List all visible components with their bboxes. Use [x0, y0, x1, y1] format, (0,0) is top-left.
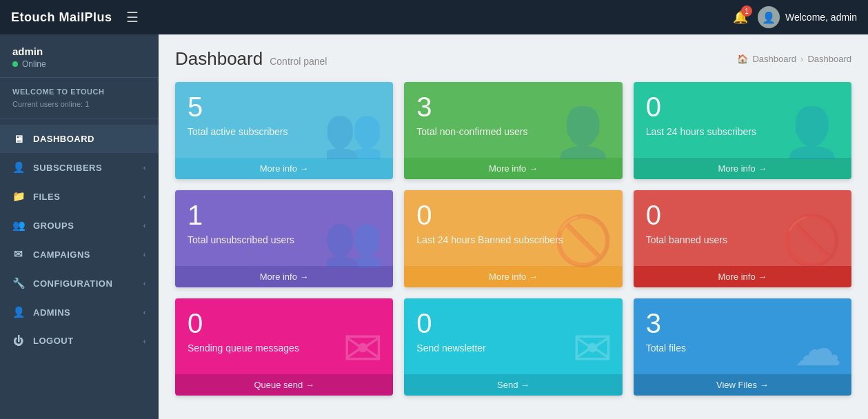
- sidebar-user: admin Online: [0, 34, 159, 78]
- card-icon-send-newsletter: ✉: [572, 325, 613, 373]
- user-welcome: Welcome, admin: [785, 12, 857, 23]
- sidebar-welcome-title: WELCOME TO ETOUCH: [12, 86, 146, 99]
- hamburger-menu[interactable]: ☰: [126, 9, 139, 25]
- card-body-active-subscribers: 5 Total active subscribers 👥: [175, 82, 393, 158]
- sidebar-label-files: FILES: [33, 192, 60, 202]
- card-text-unsubscribed: 1 Total unsubscribed users: [188, 201, 294, 245]
- card-footer-send-newsletter[interactable]: Send →: [404, 374, 622, 396]
- card-label-unsubscribed: Total unsubscribed users: [188, 234, 294, 245]
- status-dot: [12, 61, 18, 67]
- card-text-last24-banned: 0 Last 24 hours Banned subscribers: [416, 201, 563, 245]
- sidebar-username: admin: [12, 45, 146, 57]
- logout-arrow: ‹: [143, 337, 146, 345]
- sidebar-item-dashboard[interactable]: 🖥 DASHBOARD: [0, 125, 159, 153]
- card-body-last24-subscribers: 0 Last 24 hours subscribers 👤: [634, 82, 851, 158]
- card-total-banned: 0 Total banned users 🚫 More info →: [634, 190, 851, 287]
- card-total-files: 3 Total files ☁ View Files →: [634, 298, 851, 396]
- card-footer-total-banned[interactable]: More info →: [634, 266, 851, 287]
- card-text-total-files: 3 Total files: [646, 309, 686, 354]
- card-footer-last24-subscribers[interactable]: More info →: [634, 158, 851, 179]
- card-non-confirmed: 3 Total non-confirmed users 👤 More info …: [404, 82, 622, 179]
- card-footer-total-files[interactable]: View Files →: [634, 374, 851, 396]
- card-label-active-subscribers: Total active subscribers: [188, 126, 288, 137]
- card-number-unsubscribed: 1: [188, 201, 294, 229]
- dashboard-icon: 🖥: [12, 133, 25, 145]
- navbar: Etouch MailPlus ☰ 🔔 1 👤 Welcome, admin: [0, 0, 868, 34]
- card-queue-messages: 0 Sending queue messages ✉ Queue send →: [175, 298, 393, 396]
- files-arrow: ‹: [143, 192, 146, 201]
- breadcrumb-current: Dashboard: [807, 54, 851, 64]
- nav-item-left-admins: 👤 ADMINS: [12, 306, 70, 318]
- sidebar-item-admins[interactable]: 👤 ADMINS ‹: [0, 298, 159, 327]
- card-last24-subscribers: 0 Last 24 hours subscribers 👤 More info …: [634, 82, 851, 179]
- sidebar-welcome-sub: Current users online: 1: [12, 99, 146, 111]
- card-icon-non-confirmed: 👤: [553, 108, 613, 156]
- card-icon-unsubscribed: 👥: [323, 216, 383, 265]
- admins-icon: 👤: [12, 306, 25, 318]
- card-body-unsubscribed: 1 Total unsubscribed users 👥: [175, 190, 393, 266]
- card-text-send-newsletter: 0 Send newsletter: [416, 309, 485, 354]
- nav-item-left-groups: 👥 GROUPS: [12, 219, 74, 232]
- sidebar-status: Online: [12, 59, 146, 69]
- page-subtitle: Control panel: [270, 56, 327, 67]
- card-number-active-subscribers: 5: [188, 93, 288, 121]
- card-number-total-files: 3: [646, 309, 686, 337]
- card-body-non-confirmed: 3 Total non-confirmed users 👤: [404, 82, 622, 158]
- nav-item-left-configuration: 🔧 CONFIGURATION: [12, 277, 112, 289]
- page-title: Dashboard: [175, 48, 263, 70]
- layout: admin Online WELCOME TO ETOUCH Current u…: [0, 34, 868, 419]
- campaigns-icon: ✉: [12, 248, 25, 260]
- navbar-left: Etouch MailPlus ☰: [11, 9, 139, 25]
- sidebar-label-groups: GROUPS: [33, 221, 74, 231]
- card-number-send-newsletter: 0: [416, 309, 485, 337]
- sidebar-item-campaigns[interactable]: ✉ CAMPAIGNS ‹: [0, 240, 159, 269]
- sidebar-item-subscribers[interactable]: 👤 SUBSCRIBERS ‹: [0, 153, 159, 182]
- notification-bell[interactable]: 🔔 1: [733, 10, 748, 25]
- nav-item-left-logout: ⏻ LOGOUT: [12, 335, 74, 347]
- card-text-total-banned: 0 Total banned users: [646, 201, 727, 245]
- navbar-right: 🔔 1 👤 Welcome, admin: [733, 6, 857, 28]
- main-content: Dashboard Control panel 🏠 Dashboard › Da…: [159, 34, 868, 419]
- brand-logo: Etouch MailPlus: [11, 10, 112, 25]
- sidebar-label-admins: ADMINS: [33, 307, 70, 318]
- sidebar-welcome: WELCOME TO ETOUCH Current users online: …: [0, 78, 159, 119]
- configuration-arrow: ‹: [143, 279, 146, 287]
- card-icon-last24-subscribers: 👤: [782, 108, 842, 156]
- card-icon-total-banned: 🚫: [782, 216, 842, 265]
- campaigns-arrow: ‹: [143, 250, 146, 258]
- card-footer-queue-messages[interactable]: Queue send →: [175, 374, 393, 396]
- brand-name-bold: MailPlus: [59, 10, 112, 24]
- page-header: Dashboard Control panel 🏠 Dashboard › Da…: [175, 48, 851, 70]
- nav-item-left-files: 📁 FILES: [12, 190, 60, 203]
- card-number-total-banned: 0: [646, 201, 727, 229]
- card-unsubscribed: 1 Total unsubscribed users 👥 More info →: [175, 190, 393, 287]
- card-active-subscribers: 5 Total active subscribers 👥 More info →: [175, 82, 393, 179]
- card-body-queue-messages: 0 Sending queue messages ✉: [175, 298, 393, 374]
- sidebar-item-configuration[interactable]: 🔧 CONFIGURATION ‹: [0, 269, 159, 298]
- sidebar-item-groups[interactable]: 👥 GROUPS ‹: [0, 211, 159, 240]
- brand-name-light: Etouch: [11, 10, 59, 24]
- card-text-active-subscribers: 5 Total active subscribers: [188, 93, 288, 137]
- card-footer-active-subscribers[interactable]: More info →: [175, 158, 393, 179]
- breadcrumb-home[interactable]: Dashboard: [752, 54, 796, 64]
- card-icon-active-subscribers: 👥: [323, 108, 383, 156]
- sidebar-item-files[interactable]: 📁 FILES ‹: [0, 182, 159, 211]
- card-footer-non-confirmed[interactable]: More info →: [404, 158, 622, 179]
- nav-item-left-campaigns: ✉ CAMPAIGNS: [12, 248, 90, 260]
- card-last24-banned: 0 Last 24 hours Banned subscribers 🚫 Mor…: [404, 190, 622, 287]
- user-menu[interactable]: 👤 Welcome, admin: [758, 6, 857, 28]
- home-icon: 🏠: [737, 54, 748, 64]
- card-number-non-confirmed: 3: [416, 93, 527, 121]
- card-body-total-files: 3 Total files ☁: [634, 298, 851, 374]
- card-label-send-newsletter: Send newsletter: [416, 343, 485, 354]
- breadcrumb-separator: ›: [800, 54, 803, 64]
- sidebar-label-dashboard: DASHBOARD: [33, 134, 94, 144]
- nav-item-left-dashboard: 🖥 DASHBOARD: [12, 133, 94, 145]
- card-label-non-confirmed: Total non-confirmed users: [416, 126, 527, 137]
- card-footer-unsubscribed[interactable]: More info →: [175, 266, 393, 287]
- sidebar-item-logout[interactable]: ⏻ LOGOUT ‹: [0, 327, 159, 355]
- admins-arrow: ‹: [143, 308, 146, 316]
- card-body-total-banned: 0 Total banned users 🚫: [634, 190, 851, 266]
- files-icon: 📁: [12, 190, 25, 203]
- card-footer-last24-banned[interactable]: More info →: [404, 266, 622, 287]
